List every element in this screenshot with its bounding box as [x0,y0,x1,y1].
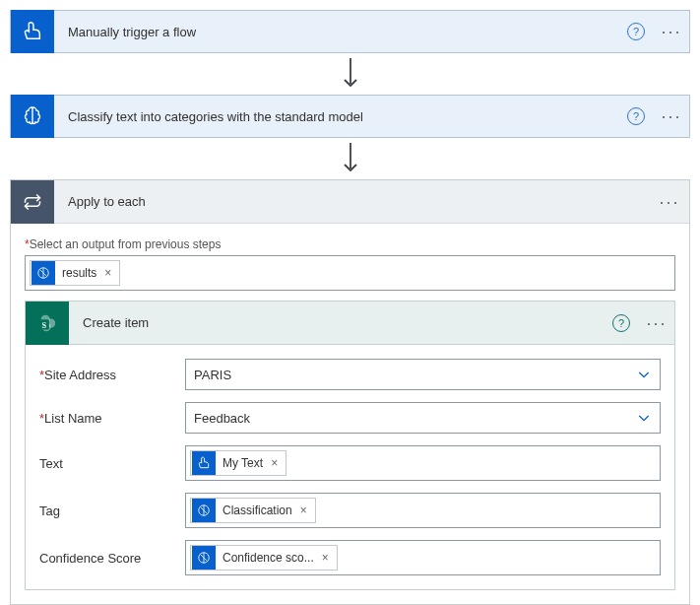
token-results[interactable]: results × [30,260,120,286]
token-classification[interactable]: Classification × [190,498,316,523]
output-from-label: *Select an output from previous steps [25,237,675,251]
output-from-input[interactable]: results × [25,255,675,291]
list-name-label: *List Name [39,411,185,426]
trigger-more-button[interactable]: ··· [654,10,689,53]
trigger-icon [11,10,54,53]
token-remove-icon[interactable]: × [269,456,286,470]
token-confidence[interactable]: Confidence sco... × [190,545,338,571]
create-item-more-button[interactable]: ··· [639,302,674,345]
create-item-title: Create item [69,315,604,330]
apply-to-each-more-button[interactable]: ··· [650,193,689,211]
svg-text:S: S [41,320,46,329]
trigger-node[interactable]: Manually trigger a flow ? ··· [10,10,690,53]
dynamics-icon [192,499,216,522]
list-name-select[interactable]: Feedback [185,402,661,434]
text-input[interactable]: My Text × [185,445,661,481]
apply-to-each-title: Apply to each [54,194,650,209]
trigger-icon [192,451,216,475]
apply-to-each-header[interactable]: Apply to each ··· [11,180,689,224]
brain-icon [11,95,54,138]
token-remove-icon[interactable]: × [102,266,119,280]
apply-to-each-container: Apply to each ··· *Select an output from… [10,179,690,605]
confidence-input[interactable]: Confidence sco... × [185,540,661,575]
chevron-down-icon [636,367,652,382]
sharepoint-icon: S [26,302,69,345]
create-item-header[interactable]: S Create item ? ··· [26,302,674,345]
token-my-text[interactable]: My Text × [190,450,286,476]
classify-help-button[interactable]: ? [618,95,654,138]
classify-title: Classify text into categories with the s… [54,109,618,124]
token-remove-icon[interactable]: × [320,551,337,565]
tag-input[interactable]: Classification × [185,493,661,528]
arrow-connector [10,53,690,95]
loop-icon [11,180,54,224]
token-remove-icon[interactable]: × [298,504,315,517]
dynamics-icon [32,261,55,285]
create-item-card: S Create item ? ··· *Site Address PARIS [25,301,675,590]
tag-label: Tag [39,504,185,518]
create-item-help-button[interactable]: ? [604,302,639,345]
site-address-label: *Site Address [39,368,185,382]
site-address-select[interactable]: PARIS [185,359,661,390]
trigger-help-button[interactable]: ? [618,10,654,53]
text-label: Text [39,456,185,471]
chevron-down-icon [636,410,652,426]
classify-more-button[interactable]: ··· [654,95,689,138]
trigger-title: Manually trigger a flow [54,25,618,39]
dynamics-icon [192,546,216,570]
classify-node[interactable]: Classify text into categories with the s… [10,95,690,138]
arrow-connector [10,138,690,179]
confidence-label: Confidence Score [39,551,185,566]
